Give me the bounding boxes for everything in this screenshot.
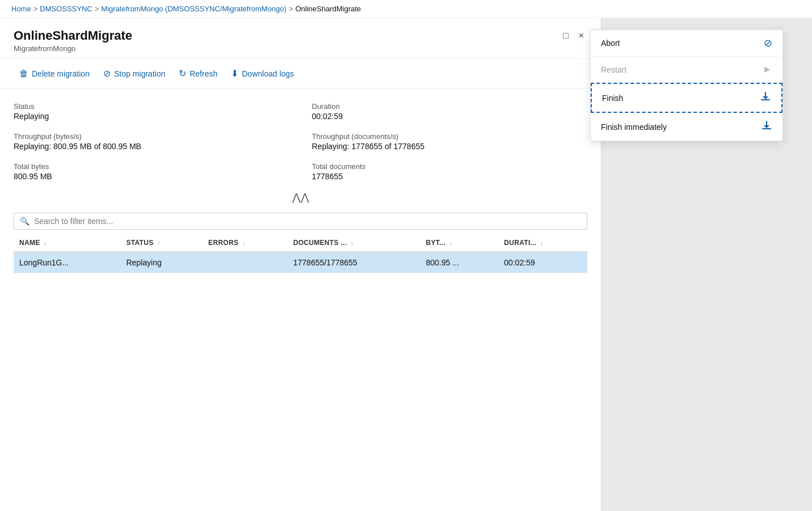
col-header-duration[interactable]: DURATI... ↕ — [498, 234, 587, 252]
col-header-errors[interactable]: ERRORS ↕ — [203, 234, 288, 252]
status-value: Replaying — [14, 112, 289, 121]
search-input[interactable] — [34, 217, 581, 226]
cell-duration: 00:02:59 — [498, 252, 587, 273]
svg-rect-0 — [761, 99, 770, 100]
cell-status: Replaying — [120, 252, 203, 273]
delete-migration-button[interactable]: 🗑 Delete migration — [14, 65, 95, 82]
breadcrumb-migrate[interactable]: MigratefromMongo (DMSOSSSYNC/Migratefrom… — [101, 5, 287, 13]
cell-name: LongRun1G... — [14, 252, 120, 273]
close-button[interactable]: × — [575, 28, 587, 43]
stop-migration-button[interactable]: ⊘ Stop migration — [98, 65, 171, 82]
context-menu-icon-download — [761, 120, 772, 134]
context-menu-label-3: Finish immediately — [601, 123, 667, 132]
col-header-documents[interactable]: DOCUMENTS ... ↕ — [288, 234, 420, 252]
throughput-bytes-label: Throughput (bytes/s) — [14, 132, 289, 141]
context-menu-label-2: Finish — [602, 94, 623, 103]
breadcrumb-dms[interactable]: DMSOSSSYNC — [40, 5, 92, 13]
throughput-docs-label: Throughput (documents/s) — [312, 132, 588, 141]
right-panel: Abort⊘Restart►FinishFinish immediately — [601, 18, 812, 511]
col-header-name[interactable]: NAME ↕ — [14, 234, 120, 252]
total-bytes-label: Total bytes — [14, 162, 289, 171]
sort-errors-icon: ↕ — [242, 240, 245, 246]
total-docs-value: 1778655 — [312, 172, 588, 181]
table-header-row: NAME ↕ STATUS ↕ ERRORS ↕ DOCUMENTS ... — [14, 234, 587, 252]
chevron-up-icon: ⋀⋀ — [292, 191, 309, 204]
svg-rect-3 — [762, 128, 771, 129]
sort-bytes-icon: ↕ — [449, 240, 452, 246]
search-icon: 🔍 — [20, 217, 30, 226]
panel-title: OnlineShardMigrate — [14, 28, 132, 43]
context-menu-item-restart: Restart► — [591, 57, 782, 83]
status-label: Status — [14, 102, 289, 111]
cell-documents: 1778655/1778655 — [288, 252, 420, 273]
sort-status-icon: ↕ — [157, 240, 160, 246]
breadcrumb-home[interactable]: Home — [11, 5, 31, 13]
throughput-bytes-value: Replaying: 800.95 MB of 800.95 MB — [14, 142, 289, 151]
context-menu-icon-abort: ⊘ — [764, 37, 772, 49]
panel-subtitle: MigratefromMongo — [14, 44, 132, 53]
svg-marker-2 — [763, 96, 768, 99]
data-table: NAME ↕ STATUS ↕ ERRORS ↕ DOCUMENTS ... — [14, 234, 587, 273]
download-icon: ⬇ — [231, 68, 238, 79]
throughput-docs-value: Replaying: 1778655 of 1778655 — [312, 142, 588, 151]
cell-errors — [203, 252, 288, 273]
main-panel: OnlineShardMigrate MigratefromMongo □ × … — [0, 18, 601, 511]
context-menu-icon-download — [760, 91, 771, 105]
col-header-bytes[interactable]: BYT... ↕ — [420, 234, 498, 252]
trash-icon: 🗑 — [19, 69, 28, 79]
context-menu-label-0: Abort — [601, 39, 620, 48]
context-menu-label-1: Restart — [601, 65, 626, 74]
duration-value: 00:02:59 — [312, 112, 588, 121]
collapse-row[interactable]: ⋀⋀ — [0, 187, 601, 208]
svg-marker-5 — [764, 125, 769, 128]
search-bar-container: 🔍 — [0, 208, 601, 234]
duration-label: Duration — [312, 102, 588, 111]
table-row[interactable]: LongRun1G...Replaying1778655/1778655800.… — [14, 252, 587, 273]
sort-name-icon: ↕ — [44, 240, 47, 246]
col-header-status[interactable]: STATUS ↕ — [120, 234, 203, 252]
refresh-button[interactable]: ↻ Refresh — [173, 65, 223, 82]
breadcrumb-current: OnlineShardMigrate — [295, 5, 361, 13]
context-menu-item-abort[interactable]: Abort⊘ — [591, 30, 782, 57]
breadcrumb: Home > DMSOSSSYNC > MigratefromMongo (DM… — [0, 0, 812, 18]
stop-icon: ⊘ — [103, 68, 111, 79]
panel-header: OnlineShardMigrate MigratefromMongo □ × — [0, 18, 601, 59]
search-bar: 🔍 — [14, 213, 587, 230]
total-bytes-value: 800.95 MB — [14, 172, 289, 181]
toolbar: 🗑 Delete migration ⊘ Stop migration ↻ Re… — [0, 59, 601, 88]
sort-duration-icon: ↕ — [540, 240, 543, 246]
table-container: NAME ↕ STATUS ↕ ERRORS ↕ DOCUMENTS ... — [0, 234, 601, 511]
sort-documents-icon: ↕ — [351, 240, 354, 246]
context-menu-item-finish-immediately[interactable]: Finish immediately — [591, 113, 782, 141]
info-section: Status Replaying Duration 00:02:59 Throu… — [0, 88, 601, 187]
total-docs-label: Total documents — [312, 162, 588, 171]
context-menu-item-finish[interactable]: Finish — [591, 83, 782, 113]
refresh-icon: ↻ — [179, 68, 186, 79]
cell-bytes: 800.95 ... — [420, 252, 498, 273]
context-menu: Abort⊘Restart►FinishFinish immediately — [590, 29, 783, 141]
maximize-button[interactable]: □ — [559, 28, 572, 43]
download-logs-button[interactable]: ⬇ Download logs — [225, 65, 300, 82]
context-menu-icon-play: ► — [762, 64, 772, 75]
